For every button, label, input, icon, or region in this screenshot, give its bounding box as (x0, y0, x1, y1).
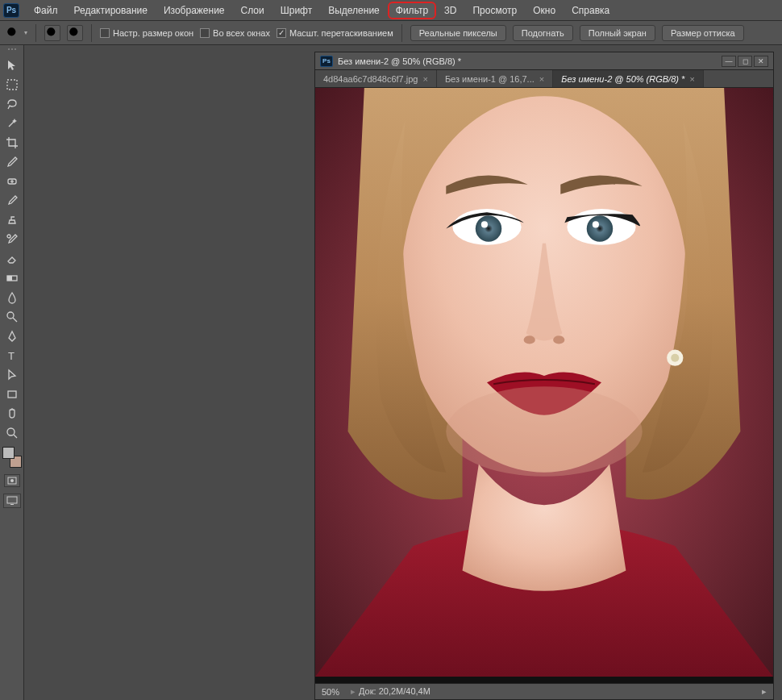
status-zoom[interactable]: 50% (322, 687, 339, 697)
svg-point-34 (593, 221, 599, 227)
panel-grip-icon[interactable] (4, 48, 20, 53)
svg-line-1 (15, 35, 19, 39)
document-ps-icon: Ps (320, 56, 333, 67)
menu-type[interactable]: Шрифт (272, 2, 320, 19)
svg-point-17 (7, 312, 14, 319)
screen-mode-button[interactable] (3, 494, 21, 508)
document-tab[interactable]: 4d84aa6c7d848c6f7.jpg × (315, 70, 437, 87)
tool-lasso[interactable] (2, 95, 22, 113)
zoom-in-button[interactable] (44, 25, 60, 41)
app-logo: Ps (3, 3, 19, 18)
fit-screen-button[interactable]: Подогнать (513, 25, 573, 41)
menu-edit[interactable]: Редактирование (66, 2, 156, 19)
right-panel-edge[interactable] (779, 45, 782, 700)
quick-mask-toggle[interactable] (4, 474, 20, 487)
menu-filter[interactable]: Фильтр (388, 2, 436, 19)
svg-point-32 (587, 215, 613, 241)
canvas-image (315, 88, 773, 677)
tab-close-icon[interactable]: × (539, 74, 544, 84)
tool-eyedropper[interactable] (2, 153, 22, 171)
scrubby-zoom-checkbox[interactable] (277, 28, 286, 38)
menubar: Ps Файл Редактирование Изображение Слои … (0, 0, 782, 21)
tool-rectangle[interactable] (2, 385, 22, 403)
tool-zoom[interactable] (2, 424, 22, 442)
svg-text:T: T (8, 350, 15, 362)
options-bar: ▾ Настр. размер окон Во всех окнах Масшт… (0, 21, 782, 45)
menu-3d[interactable]: 3D (436, 2, 464, 19)
tab-label: Без имени-2 @ 50% (RGB/8) * (561, 74, 684, 84)
main-area: T Ps Без имени-2 @ 50% (RGB/8) * — ◻ (0, 45, 782, 700)
tool-dodge[interactable] (2, 308, 22, 326)
menu-select[interactable]: Выделение (320, 2, 388, 19)
svg-point-14 (7, 235, 10, 238)
window-maximize-button[interactable]: ◻ (738, 56, 752, 67)
tool-eraser[interactable] (2, 250, 22, 268)
tab-label: 4d84aa6c7d848c6f7.jpg (323, 74, 418, 84)
tool-clone-stamp[interactable] (2, 211, 22, 229)
tool-magic-wand[interactable] (2, 115, 22, 132)
tool-history-brush[interactable] (2, 231, 22, 248)
divider (401, 24, 402, 42)
menu-file[interactable]: Файл (26, 2, 66, 19)
svg-point-36 (553, 335, 564, 344)
svg-point-0 (7, 27, 15, 35)
svg-line-22 (14, 435, 17, 438)
print-size-button[interactable]: Размер оттиска (662, 25, 744, 41)
menu-view[interactable]: Просмотр (464, 2, 525, 19)
tab-close-icon[interactable]: × (422, 74, 427, 84)
tool-healing-brush[interactable] (2, 173, 22, 190)
tool-move[interactable] (2, 56, 22, 74)
menu-help[interactable]: Справка (564, 2, 618, 19)
svg-line-7 (77, 35, 81, 39)
svg-point-31 (476, 215, 501, 241)
svg-point-24 (10, 479, 14, 482)
tool-marquee[interactable] (2, 76, 22, 94)
document-titlebar[interactable]: Ps Без имени-2 @ 50% (RGB/8) * — ◻ ✕ (315, 52, 773, 70)
tab-close-icon[interactable]: × (689, 74, 694, 84)
full-screen-button[interactable]: Полный экран (580, 25, 655, 41)
workspace: Ps Без имени-2 @ 50% (RGB/8) * — ◻ ✕ 4d8… (24, 45, 779, 700)
zoom-out-button[interactable] (67, 25, 83, 41)
status-menu-arrow-icon[interactable]: ▸ (762, 686, 767, 697)
svg-line-18 (13, 318, 17, 322)
svg-rect-9 (7, 80, 17, 90)
document-title: Без имени-2 @ 50% (RGB/8) * (338, 56, 717, 66)
menu-window[interactable]: Окно (525, 2, 564, 19)
tool-brush[interactable] (2, 192, 22, 210)
divider (35, 24, 36, 42)
svg-rect-25 (7, 497, 17, 503)
scrubby-zoom-label: Масшт. перетаскиванием (289, 28, 393, 38)
document-tab[interactable]: Без имени-1 @ 16,7... × (437, 70, 553, 87)
color-swatches[interactable] (2, 447, 22, 468)
tool-pen[interactable] (2, 327, 22, 345)
actual-pixels-button[interactable]: Реальные пикселы (410, 25, 506, 41)
tool-type[interactable]: T (2, 347, 22, 365)
svg-rect-16 (7, 276, 12, 281)
tab-label: Без имени-1 @ 16,7... (445, 74, 535, 84)
all-windows-label: Во всех окнах (213, 28, 270, 38)
divider (91, 24, 92, 42)
svg-point-6 (69, 27, 77, 35)
status-bar: 50% Док: 20,2M/40,4M ▸ (315, 683, 773, 699)
tool-path-selection[interactable] (2, 366, 22, 384)
document-tab[interactable]: Без имени-2 @ 50% (RGB/8) * × (553, 70, 704, 87)
svg-rect-20 (8, 391, 16, 398)
all-windows-checkbox[interactable] (200, 28, 210, 38)
svg-point-21 (7, 428, 15, 435)
dropdown-arrow-icon[interactable]: ▾ (24, 29, 27, 36)
window-close-button[interactable]: ✕ (754, 56, 768, 67)
document-tabs: 4d84aa6c7d848c6f7.jpg × Без имени-1 @ 16… (315, 70, 773, 88)
svg-point-2 (47, 27, 55, 35)
window-minimize-button[interactable]: — (722, 56, 736, 67)
tool-blur[interactable] (2, 289, 22, 306)
menu-image[interactable]: Изображение (156, 2, 233, 19)
menu-layers[interactable]: Слои (233, 2, 272, 19)
canvas-area[interactable] (315, 88, 773, 683)
foreground-color-swatch[interactable] (2, 447, 15, 459)
tool-hand[interactable] (2, 405, 22, 423)
resize-windows-checkbox[interactable] (100, 28, 110, 38)
svg-line-3 (54, 35, 58, 39)
tool-crop[interactable] (2, 134, 22, 152)
canvas[interactable] (315, 88, 773, 683)
tool-gradient[interactable] (2, 269, 22, 287)
